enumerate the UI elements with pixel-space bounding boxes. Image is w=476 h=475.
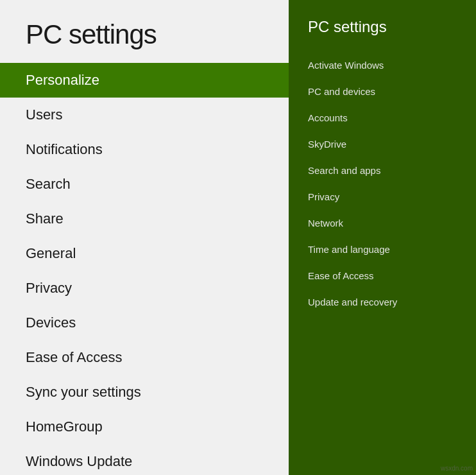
left-nav-item-privacy[interactable]: Privacy	[0, 271, 289, 306]
right-nav: Activate WindowsPC and devicesAccountsSk…	[289, 49, 476, 315]
right-panel-title: PC settings	[289, 0, 476, 49]
left-panel: PC settings PersonalizeUsersNotification…	[0, 0, 289, 475]
left-nav-item-sync-your-settings[interactable]: Sync your settings	[0, 375, 289, 410]
right-nav-item-accounts[interactable]: Accounts	[289, 105, 476, 131]
right-nav-item-search-and-apps[interactable]: Search and apps	[289, 157, 476, 184]
left-nav-item-personalize[interactable]: Personalize	[0, 63, 289, 98]
left-nav-item-ease-of-access[interactable]: Ease of Access	[0, 340, 289, 375]
left-nav: PersonalizeUsersNotificationsSearchShare…	[0, 63, 289, 475]
page-title: PC settings	[0, 0, 289, 63]
left-nav-item-general[interactable]: General	[0, 236, 289, 271]
right-nav-item-update-and-recovery[interactable]: Update and recovery	[289, 289, 476, 315]
left-nav-item-devices[interactable]: Devices	[0, 306, 289, 340]
watermark: wsxdn.com	[441, 465, 473, 472]
left-nav-item-notifications[interactable]: Notifications	[0, 132, 289, 167]
right-nav-item-privacy[interactable]: Privacy	[289, 184, 476, 210]
right-nav-item-skydrive[interactable]: SkyDrive	[289, 131, 476, 157]
right-nav-item-activate-windows[interactable]: Activate Windows	[289, 52, 476, 78]
right-nav-item-network[interactable]: Network	[289, 210, 476, 236]
left-nav-item-share[interactable]: Share	[0, 202, 289, 236]
left-nav-item-windows-update[interactable]: Windows Update	[0, 444, 289, 475]
left-nav-item-homegroup[interactable]: HomeGroup	[0, 410, 289, 444]
left-nav-item-search[interactable]: Search	[0, 167, 289, 202]
right-nav-item-time-and-language[interactable]: Time and language	[289, 236, 476, 263]
right-nav-item-ease-of-access[interactable]: Ease of Access	[289, 263, 476, 289]
left-nav-item-users[interactable]: Users	[0, 98, 289, 132]
right-nav-item-pc-and-devices[interactable]: PC and devices	[289, 78, 476, 105]
right-panel: PC settings Activate WindowsPC and devic…	[289, 0, 476, 475]
